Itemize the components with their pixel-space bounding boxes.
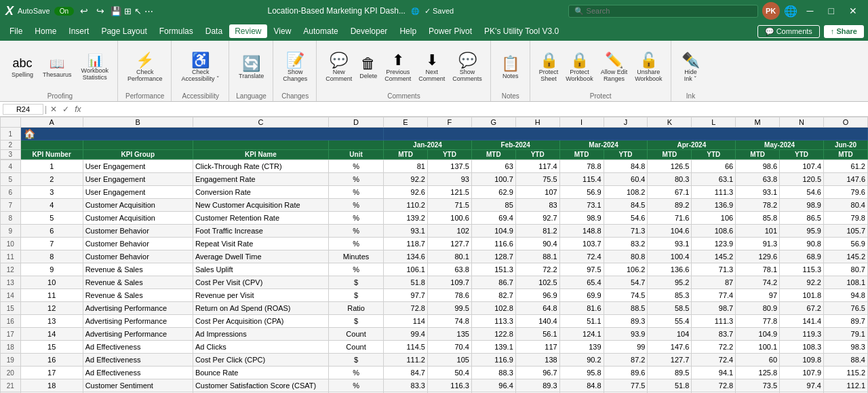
function-icon[interactable]: fx xyxy=(73,105,83,114)
menu-insert[interactable]: Insert xyxy=(63,24,94,38)
cell-ytd5[interactable]: 101.8 xyxy=(780,289,824,302)
cell-mtd2[interactable]: 62.9 xyxy=(471,186,515,199)
col-header-j[interactable]: J xyxy=(604,117,648,128)
cell-kpi-group[interactable]: Customer Sentiment xyxy=(83,379,193,392)
close-button[interactable]: ✕ xyxy=(844,5,863,16)
cell-mtd1[interactable]: 118.7 xyxy=(384,238,428,250)
cell-mtd1[interactable]: 111.2 xyxy=(384,354,428,367)
check-performance-button[interactable]: ⚡ CheckPerformance xyxy=(124,50,166,85)
cell-ytd1[interactable]: 93 xyxy=(427,173,471,186)
cell-mtd3[interactable]: 56.9 xyxy=(559,186,604,199)
cell-mtd2[interactable]: 102.8 xyxy=(471,302,515,315)
notes-button[interactable]: 📋 Notes xyxy=(497,53,524,81)
cell-mtd3[interactable]: 139 xyxy=(559,341,604,354)
cell-ytd3[interactable]: 71.3 xyxy=(604,225,648,238)
cell-ytd5[interactable]: 107.4 xyxy=(780,160,824,173)
cell-kpi-name[interactable]: Revenue per Visit xyxy=(193,289,328,302)
cell-kpi-num[interactable]: 9 xyxy=(20,263,83,276)
cell-kpi-num[interactable]: 4 xyxy=(20,199,83,212)
cell-mtd1[interactable]: 110.2 xyxy=(384,199,428,212)
cell-unit[interactable]: % xyxy=(328,238,383,250)
cell-ytd3[interactable]: 89.6 xyxy=(604,367,648,379)
cell-ytd4[interactable]: 111.3 xyxy=(692,186,736,199)
cell-kpi-group[interactable]: User Engagement xyxy=(83,173,193,186)
cell-mtd2[interactable]: 139.1 xyxy=(471,341,515,354)
cell-kpi-name[interactable]: Click-Through Rate (CTR) xyxy=(193,160,328,173)
cell-ytd4[interactable]: 98.7 xyxy=(692,302,736,315)
cell-mtd2[interactable]: 151.3 xyxy=(471,263,515,276)
cell-mtd3[interactable]: 103.7 xyxy=(559,238,604,250)
cell-mtd6[interactable]: 79.8 xyxy=(824,212,868,225)
cell-mtd4[interactable]: 104.6 xyxy=(648,225,692,238)
cell-kpi-num[interactable]: 14 xyxy=(20,328,83,341)
cell-mtd1[interactable]: 51.8 xyxy=(384,276,428,289)
cell-mtd4[interactable]: 51.8 xyxy=(648,379,692,392)
cell-ytd2[interactable]: 83 xyxy=(515,199,559,212)
cell-ytd5[interactable]: 97.4 xyxy=(780,379,824,392)
formula-input[interactable] xyxy=(84,105,865,114)
cell-kpi-name[interactable]: Sales Uplift xyxy=(193,263,328,276)
cell-mtd3[interactable]: 73.1 xyxy=(559,199,604,212)
cell-mtd2[interactable]: 88.3 xyxy=(471,367,515,379)
cell-mtd5[interactable]: 129.6 xyxy=(736,250,780,263)
cell-ytd3[interactable]: 83.2 xyxy=(604,238,648,250)
cell-mtd1[interactable]: 83.3 xyxy=(384,379,428,392)
cell-ytd4[interactable]: 94.1 xyxy=(692,367,736,379)
profile-icon[interactable]: PK xyxy=(762,2,780,20)
cell-mtd1[interactable]: 139.2 xyxy=(384,212,428,225)
cell-kpi-name[interactable]: Cost Per Click (CPC) xyxy=(193,354,328,367)
cell-mtd3[interactable]: 51.1 xyxy=(559,315,604,328)
cell-ytd4[interactable]: 77.4 xyxy=(692,289,736,302)
cell-mtd2[interactable]: 63 xyxy=(471,160,515,173)
cell-ytd1[interactable]: 109.7 xyxy=(427,276,471,289)
cell-ytd2[interactable]: 92.7 xyxy=(515,212,559,225)
cell-kpi-name[interactable]: Bounce Rate xyxy=(193,367,328,379)
cursor-icon[interactable]: ↖ xyxy=(134,6,142,16)
cell-ytd2[interactable]: 140.4 xyxy=(515,315,559,328)
cell-mtd2[interactable]: 104.9 xyxy=(471,225,515,238)
cell-kpi-name[interactable]: Ad Clicks xyxy=(193,341,328,354)
cell-kpi-num[interactable]: 7 xyxy=(20,238,83,250)
cell-mtd6[interactable]: 79.1 xyxy=(824,328,868,341)
cell-reference[interactable] xyxy=(3,104,43,115)
allow-edit-ranges-button[interactable]: ✏️ Allow EditRanges xyxy=(598,50,631,85)
col-header-l[interactable]: L xyxy=(692,117,736,128)
cell-mtd2[interactable]: 82.7 xyxy=(471,289,515,302)
cell-ytd2[interactable]: 117 xyxy=(515,341,559,354)
minimize-button[interactable]: ─ xyxy=(802,5,819,16)
share-button[interactable]: ↑ Share xyxy=(824,25,864,38)
cell-kpi-num[interactable]: 15 xyxy=(20,341,83,354)
workbook-statistics-button[interactable]: 📊 WorkbookStatistics xyxy=(78,51,112,83)
col-header-b[interactable]: B xyxy=(83,117,193,128)
menu-review[interactable]: Review xyxy=(229,24,267,38)
cell-ytd1[interactable]: 99.5 xyxy=(427,302,471,315)
cell-mtd1[interactable]: 72.8 xyxy=(384,302,428,315)
cell-ytd1[interactable]: 74.8 xyxy=(427,315,471,328)
cell-ytd2[interactable]: 72.2 xyxy=(515,263,559,276)
cell-mtd5[interactable]: 60 xyxy=(736,354,780,367)
menu-data[interactable]: Data xyxy=(200,24,228,38)
previous-comment-button[interactable]: ⬆ PreviousComment xyxy=(382,50,414,85)
cell-ytd1[interactable]: 102 xyxy=(427,225,471,238)
protect-workbook-button[interactable]: 🔒 ProtectWorkbook xyxy=(563,50,595,85)
cell-mtd5[interactable]: 101 xyxy=(736,225,780,238)
cell-mtd6[interactable]: 79.6 xyxy=(824,186,868,199)
cell-mtd5[interactable]: 98.6 xyxy=(736,160,780,173)
cell-mtd3[interactable]: 98.9 xyxy=(559,212,604,225)
cell-mtd1[interactable]: 99.4 xyxy=(384,328,428,341)
cell-kpi-group[interactable]: Ad Effectiveness xyxy=(83,341,193,354)
cell-mtd2[interactable]: 122.8 xyxy=(471,328,515,341)
cell-ytd3[interactable]: 77.5 xyxy=(604,379,648,392)
menu-automate[interactable]: Automate xyxy=(298,24,343,38)
undo-button[interactable]: ↩ xyxy=(78,5,90,16)
cell-ytd1[interactable]: 105 xyxy=(427,354,471,367)
cell-ytd2[interactable]: 90.4 xyxy=(515,238,559,250)
cell-mtd3[interactable]: 148.8 xyxy=(559,225,604,238)
cell-kpi-group[interactable]: Ad Effectiveness xyxy=(83,367,193,379)
cell-ytd4[interactable]: 106 xyxy=(692,212,736,225)
cell-kpi-name[interactable]: Average Dwell Time xyxy=(193,250,328,263)
col-header-k[interactable]: K xyxy=(648,117,692,128)
cell-a2[interactable] xyxy=(20,141,83,150)
more-icon[interactable]: ⋯ xyxy=(144,6,153,16)
cell-unit[interactable]: $ xyxy=(328,354,383,367)
